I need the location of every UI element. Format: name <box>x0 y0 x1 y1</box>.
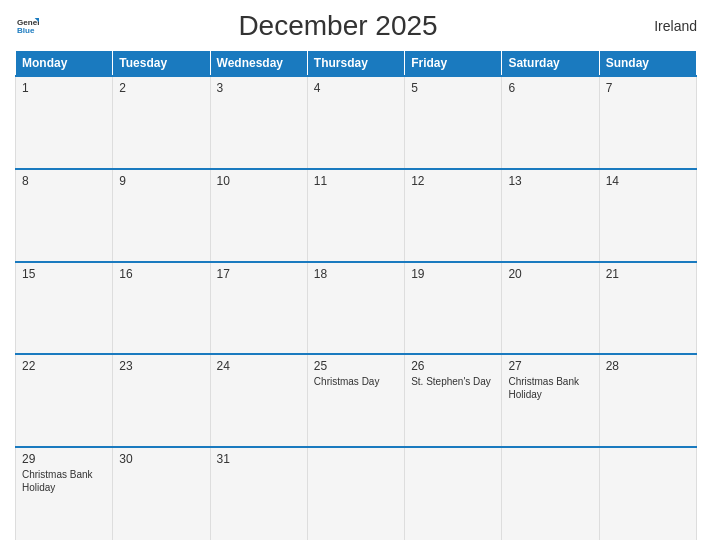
day-number: 31 <box>217 452 301 466</box>
day-cell <box>307 447 404 540</box>
day-number: 19 <box>411 267 495 281</box>
svg-text:Blue: Blue <box>17 26 35 35</box>
week-row-2: 891011121314 <box>16 169 697 262</box>
day-number: 8 <box>22 174 106 188</box>
calendar-container: General Blue December 2025 Ireland Monda… <box>0 0 712 550</box>
column-header-sunday: Sunday <box>599 51 696 77</box>
day-number: 14 <box>606 174 690 188</box>
day-number: 1 <box>22 81 106 95</box>
event-label: St. Stephen's Day <box>411 375 495 388</box>
day-cell: 11 <box>307 169 404 262</box>
day-number: 28 <box>606 359 690 373</box>
day-number: 22 <box>22 359 106 373</box>
day-cell: 4 <box>307 76 404 169</box>
column-header-monday: Monday <box>16 51 113 77</box>
day-cell: 31 <box>210 447 307 540</box>
day-cell: 27Christmas BankHoliday <box>502 354 599 447</box>
day-cell <box>502 447 599 540</box>
day-cell: 28 <box>599 354 696 447</box>
day-number: 5 <box>411 81 495 95</box>
day-cell <box>405 447 502 540</box>
day-cell: 2 <box>113 76 210 169</box>
day-cell: 23 <box>113 354 210 447</box>
day-number: 29 <box>22 452 106 466</box>
day-cell: 3 <box>210 76 307 169</box>
day-cell: 14 <box>599 169 696 262</box>
day-number: 12 <box>411 174 495 188</box>
calendar-country: Ireland <box>637 18 697 34</box>
header-row: MondayTuesdayWednesdayThursdayFridaySatu… <box>16 51 697 77</box>
day-cell: 7 <box>599 76 696 169</box>
day-cell: 13 <box>502 169 599 262</box>
day-number: 25 <box>314 359 398 373</box>
day-cell: 24 <box>210 354 307 447</box>
day-number: 7 <box>606 81 690 95</box>
day-cell <box>599 447 696 540</box>
day-number: 13 <box>508 174 592 188</box>
day-number: 3 <box>217 81 301 95</box>
logo-icon: General Blue <box>17 15 39 37</box>
day-number: 30 <box>119 452 203 466</box>
event-label: Holiday <box>508 388 592 401</box>
week-row-5: 29Christmas BankHoliday3031 <box>16 447 697 540</box>
column-header-tuesday: Tuesday <box>113 51 210 77</box>
day-number: 6 <box>508 81 592 95</box>
day-cell: 30 <box>113 447 210 540</box>
column-header-saturday: Saturday <box>502 51 599 77</box>
day-cell: 29Christmas BankHoliday <box>16 447 113 540</box>
day-cell: 17 <box>210 262 307 355</box>
day-cell: 5 <box>405 76 502 169</box>
event-label: Christmas Bank <box>508 375 592 388</box>
day-number: 16 <box>119 267 203 281</box>
day-number: 27 <box>508 359 592 373</box>
column-header-thursday: Thursday <box>307 51 404 77</box>
calendar-title: December 2025 <box>39 10 637 42</box>
day-cell: 22 <box>16 354 113 447</box>
logo: General Blue <box>15 15 39 37</box>
week-row-3: 15161718192021 <box>16 262 697 355</box>
day-cell: 16 <box>113 262 210 355</box>
event-label: Holiday <box>22 481 106 494</box>
day-cell: 19 <box>405 262 502 355</box>
day-number: 23 <box>119 359 203 373</box>
column-header-wednesday: Wednesday <box>210 51 307 77</box>
day-cell: 12 <box>405 169 502 262</box>
day-cell: 8 <box>16 169 113 262</box>
day-cell: 15 <box>16 262 113 355</box>
day-number: 9 <box>119 174 203 188</box>
day-number: 20 <box>508 267 592 281</box>
calendar-table: MondayTuesdayWednesdayThursdayFridaySatu… <box>15 50 697 540</box>
day-cell: 26St. Stephen's Day <box>405 354 502 447</box>
day-cell: 6 <box>502 76 599 169</box>
event-label: Christmas Bank <box>22 468 106 481</box>
day-cell: 20 <box>502 262 599 355</box>
day-number: 4 <box>314 81 398 95</box>
day-number: 21 <box>606 267 690 281</box>
day-number: 15 <box>22 267 106 281</box>
day-number: 11 <box>314 174 398 188</box>
event-label: Christmas Day <box>314 375 398 388</box>
day-cell: 9 <box>113 169 210 262</box>
day-cell: 18 <box>307 262 404 355</box>
calendar-header: General Blue December 2025 Ireland <box>15 10 697 42</box>
day-number: 2 <box>119 81 203 95</box>
day-number: 17 <box>217 267 301 281</box>
day-number: 10 <box>217 174 301 188</box>
week-row-4: 22232425Christmas Day26St. Stephen's Day… <box>16 354 697 447</box>
day-cell: 25Christmas Day <box>307 354 404 447</box>
day-number: 18 <box>314 267 398 281</box>
day-number: 24 <box>217 359 301 373</box>
day-cell: 10 <box>210 169 307 262</box>
day-cell: 1 <box>16 76 113 169</box>
week-row-1: 1234567 <box>16 76 697 169</box>
column-header-friday: Friday <box>405 51 502 77</box>
day-number: 26 <box>411 359 495 373</box>
day-cell: 21 <box>599 262 696 355</box>
